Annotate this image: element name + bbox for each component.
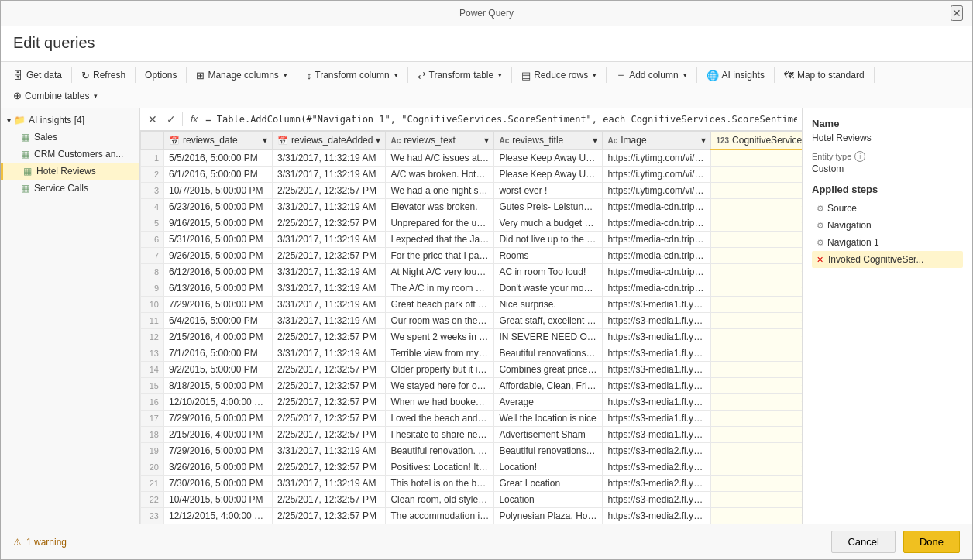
content-area: ✕ ✓ fx 📅 reviews_date (140, 108, 802, 524)
table-row: 177/29/2016, 5:00:00 PM2/25/2017, 12:32:… (141, 411, 803, 427)
main-area: ▾ 📁 AI insights [4] ▦ Sales ▦ CRM Custom… (1, 108, 972, 524)
table-row: 158/18/2015, 5:00:00 PM2/25/2017, 12:32:… (141, 378, 803, 394)
text-icon-2: Ac (499, 136, 509, 145)
cell-data: 2/25/2017, 12:32:57 PM (273, 378, 386, 394)
cell-data: At Night A/C very loud, als... (386, 264, 494, 280)
cell-data: 2/25/2017, 12:32:57 PM (273, 248, 386, 264)
cell-data: 2/25/2017, 12:32:57 PM (273, 411, 386, 427)
cell-data: https://s3-media2.fl.yelpcd... (603, 492, 711, 508)
cell-data: Please Keep Away Until Co... (494, 167, 603, 183)
text-icon-1: Ac (390, 136, 401, 145)
cell-data: When we had booked this ... (386, 394, 494, 411)
cell-data: https://s3-media2.fl.yelpcd... (603, 476, 711, 492)
cell-cognitive-score: 0.546 (711, 394, 802, 411)
step-invoked-cognitive[interactable]: ✕ Invoked CognitiveSer... (812, 251, 963, 268)
step-navigation-1[interactable]: ⚙ Navigation 1 (812, 234, 963, 251)
table-row: 137/1/2016, 5:00:00 PM3/31/2017, 11:32:1… (141, 345, 803, 362)
formula-cancel-button[interactable]: ✕ (145, 112, 160, 127)
row-number: 15 (141, 378, 164, 394)
gear-icon-nav: ⚙ (817, 221, 824, 231)
cell-data: 5/31/2016, 5:00:00 PM (164, 232, 273, 248)
row-number: 19 (141, 443, 164, 459)
cell-data: 8/18/2015, 5:00:00 PM (164, 378, 273, 394)
step-navigation[interactable]: ⚙ Navigation (812, 217, 963, 234)
cell-data: 9/2/2015, 5:00:00 PM (164, 362, 273, 378)
combine-tables-button[interactable]: ⊕ Combine tables ▾ (7, 87, 104, 105)
sidebar-group-ai-insights[interactable]: ▾ 📁 AI insights [4] (1, 112, 139, 129)
cell-data: 7/29/2016, 5:00:00 PM (164, 411, 273, 427)
cell-data: https://i.ytimg.com/vi/xcEB... (603, 183, 711, 199)
cell-cognitive-score: 0.654 (711, 492, 802, 508)
col-header-image[interactable]: Ac Image ▾ (603, 132, 711, 150)
sidebar-item-crm[interactable]: ▦ CRM Customers an... (1, 146, 139, 163)
transform-column-button[interactable]: ↕ Transform column ▾ (301, 67, 404, 84)
cell-data: Well the location is nice (494, 411, 603, 427)
cell-data: Terrible view from my $300... (386, 345, 494, 362)
cell-data: 6/1/2016, 5:00:00 PM (164, 167, 273, 183)
col-header-cognitive[interactable]: 123 CognitiveServices.... ▾ (711, 132, 802, 150)
cell-data: Beautiful renovations locat... (494, 345, 603, 362)
table-row: 86/12/2016, 5:00:00 PM3/31/2017, 11:32:1… (141, 264, 803, 280)
transform-table-button[interactable]: ⇄ Transform table ▾ (411, 67, 509, 84)
cell-data: 2/25/2017, 12:32:57 PM (273, 215, 386, 232)
cell-data: I expected that the Jacuzzi ... (386, 232, 494, 248)
table-row: 96/13/2016, 5:00:00 PM3/31/2017, 11:32:1… (141, 280, 803, 297)
formula-confirm-button[interactable]: ✓ (163, 112, 179, 127)
row-number: 1 (141, 149, 164, 167)
ai-insights-button[interactable]: 🌐 AI insights (700, 67, 771, 84)
add-column-button[interactable]: ＋ Add column ▾ (610, 65, 693, 85)
cell-cognitive-score: 0.3 (711, 183, 802, 199)
cell-data: Great staff, excellent getaw... (494, 313, 603, 329)
cell-data: 3/31/2017, 11:32:19 AM (273, 149, 386, 167)
done-button[interactable]: Done (903, 531, 960, 553)
cell-data: https://i.ytimg.com/vi/-3sD... (603, 149, 711, 167)
transform-col-icon: ↕ (307, 70, 312, 81)
col-header-reviews-date-added[interactable]: 📅 reviews_dateAdded ▾ (273, 132, 386, 150)
toolbar-separator-6 (511, 67, 512, 83)
cell-data: Elevator was broken. (386, 199, 494, 215)
cell-data: https://media-cdn.tripadvi... (603, 199, 711, 215)
table-icon-sales: ▦ (21, 132, 29, 143)
step-source[interactable]: ⚙ Source (812, 200, 963, 217)
text-icon-3: Ac (607, 136, 617, 145)
warning-icon: ⚠ (13, 537, 22, 548)
cell-data: Great beach park off the la... (386, 297, 494, 313)
table-icon-service: ▦ (21, 183, 29, 194)
table-row: 26/1/2016, 5:00:00 PM3/31/2017, 11:32:19… (141, 167, 803, 183)
refresh-button[interactable]: ↻ Refresh (75, 67, 132, 84)
reduce-rows-button[interactable]: ▤ Reduce rows ▾ (515, 67, 603, 84)
get-data-button[interactable]: 🗄 Get data (7, 67, 68, 84)
row-number: 3 (141, 183, 164, 199)
formula-input[interactable] (205, 114, 797, 125)
cell-data: Beautiful renovation. The h... (386, 443, 494, 459)
formula-bar: ✕ ✓ fx (140, 108, 802, 131)
sidebar-item-service-calls[interactable]: ▦ Service Calls (1, 180, 139, 197)
col-header-reviews-title[interactable]: Ac reviews_title ▾ (494, 132, 603, 150)
map-to-standard-button[interactable]: 🗺 Map to standard (778, 67, 871, 84)
close-button[interactable]: ✕ (951, 5, 963, 21)
col-header-reviews-date[interactable]: 📅 reviews_date ▾ (164, 132, 273, 150)
cell-data: 5/5/2016, 5:00:00 PM (164, 149, 273, 167)
cell-cognitive-score: 0.917 (711, 297, 802, 313)
manage-columns-button[interactable]: ⊞ Manage columns ▾ (190, 67, 293, 84)
cell-cognitive-score: 0.705 (711, 411, 802, 427)
cancel-button[interactable]: Cancel (831, 531, 895, 553)
options-button[interactable]: Options (139, 67, 183, 84)
cell-data: 2/25/2017, 12:32:57 PM (273, 427, 386, 443)
cell-data: https://media-cdn.tripadvi... (603, 280, 711, 297)
table-row: 197/29/2016, 5:00:00 PM3/31/2017, 11:32:… (141, 443, 803, 459)
sidebar-item-sales[interactable]: ▦ Sales (1, 129, 139, 146)
row-number: 10 (141, 297, 164, 313)
cell-data: Did not live up to the Hilto... (494, 232, 603, 248)
grid-container[interactable]: 📅 reviews_date ▾ 📅 reviews_dateAdded ▾ (140, 131, 802, 524)
cell-cognitive-score: 0.565 (711, 280, 802, 297)
applied-steps-label: Applied steps (812, 184, 963, 195)
sidebar: ▾ 📁 AI insights [4] ▦ Sales ▦ CRM Custom… (1, 108, 140, 524)
col-header-reviews-text[interactable]: Ac reviews_text ▾ (386, 132, 494, 150)
cell-data: 7/29/2016, 5:00:00 PM (164, 443, 273, 459)
cell-data: 6/23/2016, 5:00:00 PM (164, 199, 273, 215)
sidebar-item-hotel-reviews[interactable]: ▦ Hotel Reviews (1, 163, 139, 180)
cell-data: https://s3-media1.fl.yelpcd... (603, 378, 711, 394)
cell-data: https://i.ytimg.com/vi/gV... (603, 167, 711, 183)
delete-step-icon[interactable]: ✕ (817, 255, 823, 265)
